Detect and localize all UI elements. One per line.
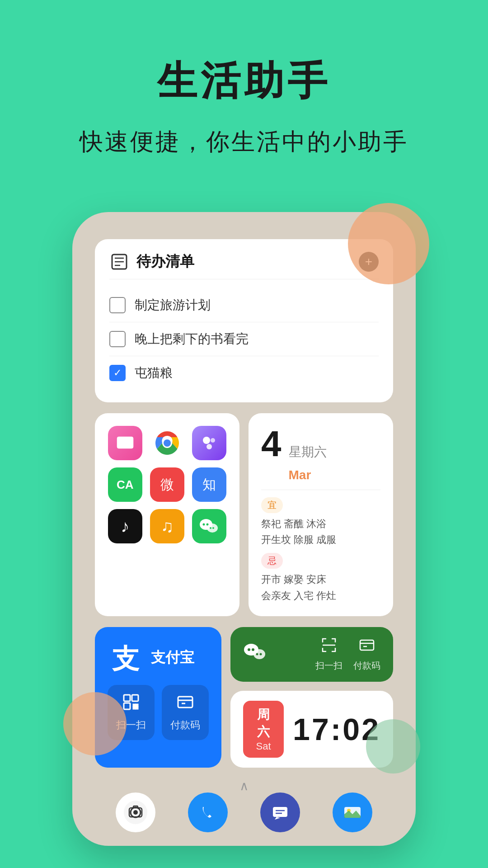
- wechat-pay-button[interactable]: 付款码: [353, 637, 380, 672]
- wechat-logo: [243, 642, 267, 667]
- app-icon-tv[interactable]: [108, 426, 142, 460]
- svg-rect-24: [133, 707, 135, 709]
- app-icon-tiktok[interactable]: ♪: [108, 509, 142, 543]
- svg-point-8: [164, 439, 171, 447]
- phone-frame: 待办清单 + 制定旅游计划 晚上把剩下的书看完 ✓ 屯猫粮: [72, 212, 416, 846]
- svg-point-16: [210, 527, 211, 529]
- cal-good-tag: 宜: [261, 497, 283, 513]
- middle-row: CA 微 知 ♪ ♫: [95, 413, 393, 616]
- svg-text:支: 支: [112, 644, 140, 674]
- todo-checkbox-1[interactable]: [109, 297, 126, 313]
- svg-point-32: [253, 649, 265, 659]
- bottom-row: 支 支付宝: [95, 627, 393, 768]
- alipay-pay-label: 付款码: [170, 718, 201, 732]
- main-title: 生活助手: [27, 54, 461, 108]
- blob-bottom-right: [366, 719, 420, 774]
- todo-text-3: 屯猫粮: [135, 364, 173, 382]
- svg-rect-44: [273, 807, 287, 817]
- dock-phone-icon[interactable]: [188, 793, 228, 832]
- svg-rect-23: [136, 704, 138, 706]
- swipe-indicator: ∧: [95, 778, 393, 793]
- svg-rect-36: [360, 640, 374, 650]
- svg-point-17: [212, 527, 214, 529]
- svg-point-10: [211, 438, 215, 443]
- svg-rect-22: [133, 704, 135, 706]
- svg-rect-26: [178, 697, 192, 708]
- cal-date-number: 4: [261, 426, 282, 462]
- svg-point-30: [248, 648, 250, 651]
- wechat-actions-inline: 扫一扫 付款码: [315, 637, 380, 672]
- todo-text-2: 晚上把剩下的书看完: [135, 330, 249, 348]
- svg-rect-20: [132, 695, 138, 701]
- svg-rect-19: [124, 695, 130, 701]
- app-icon-ca[interactable]: CA: [108, 467, 142, 502]
- app-icon-weibo[interactable]: 微: [150, 467, 184, 502]
- clock-day-zh: 周六: [252, 706, 275, 741]
- app-icon-blue[interactable]: [192, 426, 226, 460]
- svg-rect-25: [136, 707, 138, 709]
- todo-item-2[interactable]: 晚上把剩下的书看完: [109, 322, 379, 356]
- app-icon-zhihu[interactable]: 知: [192, 467, 226, 502]
- alipay-logo: 支: [108, 640, 144, 676]
- header-section: 生活助手 快速便捷，你生活中的小助手: [0, 0, 488, 185]
- dock-camera-icon[interactable]: [116, 793, 155, 832]
- todo-title: 待办清单: [136, 252, 194, 272]
- todo-header: 待办清单 +: [109, 252, 379, 279]
- wechat-actions-bar: 扫一扫 付款码: [230, 627, 393, 682]
- dock-message-icon[interactable]: [260, 793, 300, 832]
- alipay-header: 支 支付宝: [108, 640, 209, 676]
- svg-rect-4: [117, 437, 133, 448]
- app-icon-music[interactable]: ♫: [150, 509, 184, 543]
- blob-top-right: [348, 203, 429, 284]
- todo-header-left: 待办清单: [109, 252, 194, 272]
- wechat-pay-label: 付款码: [353, 660, 380, 672]
- svg-point-9: [203, 437, 210, 444]
- wechat-scan-label: 扫一扫: [315, 660, 343, 672]
- svg-rect-21: [124, 703, 130, 709]
- alipay-pay-button[interactable]: 付款码: [162, 685, 209, 740]
- todo-item-3[interactable]: ✓ 屯猫粮: [109, 356, 379, 390]
- todo-checkbox-2[interactable]: [109, 331, 126, 347]
- svg-point-40: [133, 810, 138, 815]
- alipay-name: 支付宝: [151, 648, 194, 668]
- clock-day-badge: 周六 Sat: [243, 701, 284, 758]
- todo-item-1[interactable]: 制定旅游计划: [109, 288, 379, 322]
- cal-divider: [261, 490, 380, 490]
- todo-list-icon: [109, 252, 129, 272]
- phone-container: 待办清单 + 制定旅游计划 晚上把剩下的书看完 ✓ 屯猫粮: [0, 212, 488, 846]
- wechat-scan-icon: [321, 637, 337, 657]
- todo-checkbox-3[interactable]: ✓: [109, 365, 126, 381]
- app-icon-wechat[interactable]: [192, 509, 226, 543]
- dock: [72, 793, 416, 832]
- svg-point-42: [196, 801, 220, 824]
- wechat-pay-icon: [359, 637, 375, 657]
- svg-point-34: [260, 653, 262, 655]
- cal-bad-tag: 忌: [261, 553, 283, 569]
- cal-good-activities: 祭祀 斋醮 沐浴开生坟 除服 成服: [261, 516, 380, 547]
- svg-point-13: [203, 524, 205, 526]
- app-icon-chrome[interactable]: [150, 426, 184, 460]
- svg-point-11: [206, 444, 212, 449]
- pay-code-icon: [170, 693, 201, 715]
- sub-title: 快速便捷，你生活中的小助手: [27, 126, 461, 158]
- blob-bottom-left: [63, 692, 127, 755]
- svg-point-31: [252, 648, 254, 651]
- app-grid: CA 微 知 ♪ ♫: [108, 426, 227, 543]
- app-grid-widget: CA 微 知 ♪ ♫: [95, 413, 239, 616]
- todo-text-1: 制定旅游计划: [135, 297, 211, 314]
- cal-month: Mar: [289, 468, 327, 482]
- svg-point-33: [256, 653, 258, 655]
- calendar-widget: 4 星期六 Mar 宜 祭祀 斋醮 沐浴开生坟 除服 成服 忌 开市 嫁娶 安床…: [249, 413, 393, 616]
- dock-gallery-icon[interactable]: [333, 793, 372, 832]
- cal-bad-activities: 开市 嫁娶 安床会亲友 入宅 作灶: [261, 571, 380, 603]
- cal-weekday: 星期六: [289, 443, 327, 461]
- todo-widget: 待办清单 + 制定旅游计划 晚上把剩下的书看完 ✓ 屯猫粮: [95, 239, 393, 402]
- wechat-scan-button[interactable]: 扫一扫: [315, 637, 343, 672]
- clock-day-en: Sat: [252, 741, 275, 752]
